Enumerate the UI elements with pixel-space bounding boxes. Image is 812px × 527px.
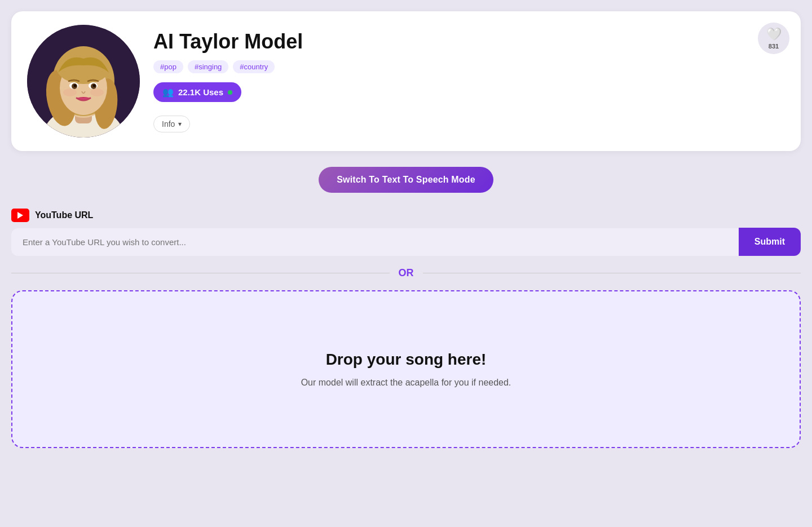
profile-name: AI Taylor Model (153, 30, 785, 54)
chevron-down-icon: ▾ (178, 120, 182, 128)
svg-point-14 (93, 85, 96, 87)
favorite-button[interactable]: 🤍 831 (758, 23, 789, 54)
uses-count: 22.1K Uses (178, 87, 223, 97)
youtube-label: YouTube URL (11, 209, 801, 222)
avatar (27, 25, 140, 138)
drop-zone-title: Drop your song here! (326, 351, 487, 369)
favorite-count: 831 (769, 43, 779, 50)
divider-line-right (423, 273, 801, 273)
tag-singing: #singing (188, 60, 228, 73)
drop-zone[interactable]: Drop your song here! Our model will extr… (11, 290, 801, 448)
uses-badge: 👥 22.1K Uses (153, 82, 241, 102)
profile-tags: #pop #singing #country (153, 60, 785, 73)
url-input-row: Submit (11, 228, 801, 256)
info-button[interactable]: Info ▾ (153, 116, 190, 132)
submit-button[interactable]: Submit (739, 228, 801, 256)
info-label: Info (162, 119, 175, 129)
youtube-icon (11, 209, 29, 222)
switch-tts-button[interactable]: Switch To Text To Speech Mode (319, 167, 493, 193)
profile-info: AI Taylor Model #pop #singing #country 👥… (153, 30, 785, 132)
youtube-url-input[interactable] (11, 228, 739, 256)
online-indicator (228, 90, 232, 95)
or-text: OR (399, 267, 414, 279)
or-divider: OR (11, 267, 801, 279)
tag-country: #country (233, 60, 275, 73)
tag-pop: #pop (153, 60, 183, 73)
profile-card: AI Taylor Model #pop #singing #country 👥… (11, 11, 801, 151)
youtube-label-text: YouTube URL (35, 210, 93, 220)
svg-point-13 (74, 85, 77, 87)
divider-line-left (11, 273, 390, 273)
heart-icon: 🤍 (766, 27, 782, 42)
svg-point-15 (63, 88, 77, 96)
youtube-section: YouTube URL Submit (11, 209, 801, 256)
switch-section: Switch To Text To Speech Mode (11, 167, 801, 193)
drop-zone-subtitle: Our model will extract the acapella for … (301, 378, 511, 388)
users-icon: 👥 (162, 87, 174, 98)
svg-point-16 (90, 88, 104, 96)
